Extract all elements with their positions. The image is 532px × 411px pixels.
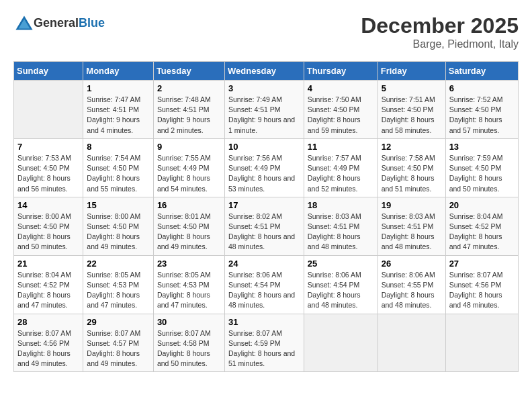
day-number: 27 bbox=[449, 259, 515, 269]
day-info: Sunrise: 8:06 AMSunset: 4:54 PMDaylight:… bbox=[308, 270, 374, 311]
day-info: Sunrise: 7:50 AMSunset: 4:50 PMDaylight:… bbox=[308, 95, 374, 136]
calendar-cell: 29Sunrise: 8:07 AMSunset: 4:57 PMDayligh… bbox=[83, 314, 154, 372]
day-info: Sunrise: 8:05 AMSunset: 4:53 PMDaylight:… bbox=[87, 270, 150, 311]
day-info: Sunrise: 8:07 AMSunset: 4:59 PMDaylight:… bbox=[228, 328, 300, 369]
header-row: SundayMondayTuesdayWednesdayThursdayFrid… bbox=[14, 62, 519, 81]
calendar-cell: 1Sunrise: 7:47 AMSunset: 4:51 PMDaylight… bbox=[83, 81, 154, 139]
day-number: 26 bbox=[382, 259, 442, 269]
day-info: Sunrise: 7:51 AMSunset: 4:50 PMDaylight:… bbox=[382, 95, 442, 136]
logo: GeneralBlue bbox=[13, 13, 105, 32]
day-number: 25 bbox=[308, 259, 374, 269]
day-number: 17 bbox=[228, 200, 300, 210]
calendar-cell bbox=[445, 314, 518, 372]
calendar-cell: 17Sunrise: 8:02 AMSunset: 4:51 PMDayligh… bbox=[224, 197, 304, 255]
day-info: Sunrise: 7:52 AMSunset: 4:50 PMDaylight:… bbox=[449, 95, 515, 136]
calendar-cell bbox=[378, 314, 445, 372]
weekday-header: Monday bbox=[83, 62, 154, 81]
day-number: 10 bbox=[228, 142, 300, 152]
calendar-cell: 13Sunrise: 7:59 AMSunset: 4:50 PMDayligh… bbox=[445, 138, 518, 197]
day-number: 21 bbox=[17, 259, 79, 269]
calendar-cell: 11Sunrise: 7:57 AMSunset: 4:49 PMDayligh… bbox=[304, 138, 378, 197]
calendar-cell: 6Sunrise: 7:52 AMSunset: 4:50 PMDaylight… bbox=[445, 81, 518, 139]
logo-general-text: General bbox=[34, 16, 79, 30]
day-info: Sunrise: 8:07 AMSunset: 4:58 PMDaylight:… bbox=[157, 328, 221, 369]
calendar-cell: 10Sunrise: 7:56 AMSunset: 4:49 PMDayligh… bbox=[224, 138, 304, 197]
day-number: 16 bbox=[157, 200, 221, 210]
weekday-header: Sunday bbox=[14, 62, 83, 81]
day-info: Sunrise: 8:04 AMSunset: 4:52 PMDaylight:… bbox=[17, 270, 79, 311]
calendar-cell bbox=[14, 81, 83, 139]
day-number: 31 bbox=[228, 317, 300, 327]
calendar-cell: 3Sunrise: 7:49 AMSunset: 4:51 PMDaylight… bbox=[224, 81, 304, 139]
day-number: 13 bbox=[449, 142, 515, 152]
weekday-header: Wednesday bbox=[224, 62, 304, 81]
calendar-week-row: 7Sunrise: 7:53 AMSunset: 4:50 PMDaylight… bbox=[14, 138, 519, 197]
logo-icon bbox=[15, 13, 34, 32]
page-subtitle: Barge, Piedmont, Italy bbox=[361, 38, 519, 50]
calendar-cell: 23Sunrise: 8:05 AMSunset: 4:53 PMDayligh… bbox=[153, 255, 224, 314]
day-number: 7 bbox=[17, 142, 79, 152]
day-number: 20 bbox=[449, 200, 515, 210]
calendar-cell: 28Sunrise: 8:07 AMSunset: 4:56 PMDayligh… bbox=[14, 314, 83, 372]
day-number: 23 bbox=[157, 259, 221, 269]
weekday-header: Tuesday bbox=[153, 62, 224, 81]
page-header: GeneralBlue December 2025 Barge, Piedmon… bbox=[13, 13, 519, 50]
day-number: 29 bbox=[87, 317, 150, 327]
day-info: Sunrise: 7:47 AMSunset: 4:51 PMDaylight:… bbox=[87, 95, 150, 136]
day-number: 15 bbox=[87, 200, 150, 210]
calendar-cell: 4Sunrise: 7:50 AMSunset: 4:50 PMDaylight… bbox=[304, 81, 378, 139]
calendar-cell: 24Sunrise: 8:06 AMSunset: 4:54 PMDayligh… bbox=[224, 255, 304, 314]
calendar-body: 1Sunrise: 7:47 AMSunset: 4:51 PMDaylight… bbox=[14, 81, 519, 372]
day-info: Sunrise: 7:57 AMSunset: 4:49 PMDaylight:… bbox=[308, 153, 374, 194]
day-number: 11 bbox=[308, 142, 374, 152]
day-info: Sunrise: 8:00 AMSunset: 4:50 PMDaylight:… bbox=[87, 212, 150, 253]
title-block: December 2025 Barge, Piedmont, Italy bbox=[361, 13, 519, 50]
day-info: Sunrise: 8:05 AMSunset: 4:53 PMDaylight:… bbox=[157, 270, 221, 311]
day-number: 8 bbox=[87, 142, 150, 152]
day-number: 28 bbox=[17, 317, 79, 327]
day-info: Sunrise: 8:04 AMSunset: 4:52 PMDaylight:… bbox=[449, 212, 515, 253]
day-number: 24 bbox=[228, 259, 300, 269]
calendar-cell: 2Sunrise: 7:48 AMSunset: 4:51 PMDaylight… bbox=[153, 81, 224, 139]
logo-blue-text: Blue bbox=[79, 16, 105, 30]
day-number: 12 bbox=[382, 142, 442, 152]
calendar-cell: 14Sunrise: 8:00 AMSunset: 4:50 PMDayligh… bbox=[14, 197, 83, 255]
day-number: 22 bbox=[87, 259, 150, 269]
weekday-header: Friday bbox=[378, 62, 445, 81]
calendar-cell: 7Sunrise: 7:53 AMSunset: 4:50 PMDaylight… bbox=[14, 138, 83, 197]
day-info: Sunrise: 7:49 AMSunset: 4:51 PMDaylight:… bbox=[228, 95, 300, 136]
day-number: 19 bbox=[382, 200, 442, 210]
day-info: Sunrise: 8:07 AMSunset: 4:56 PMDaylight:… bbox=[449, 270, 515, 311]
calendar-cell: 20Sunrise: 8:04 AMSunset: 4:52 PMDayligh… bbox=[445, 197, 518, 255]
day-info: Sunrise: 7:56 AMSunset: 4:49 PMDaylight:… bbox=[228, 153, 300, 194]
calendar-week-row: 21Sunrise: 8:04 AMSunset: 4:52 PMDayligh… bbox=[14, 255, 519, 314]
day-number: 18 bbox=[308, 200, 374, 210]
calendar-header: SundayMondayTuesdayWednesdayThursdayFrid… bbox=[14, 62, 519, 81]
day-info: Sunrise: 8:06 AMSunset: 4:54 PMDaylight:… bbox=[228, 270, 300, 311]
weekday-header: Saturday bbox=[445, 62, 518, 81]
day-info: Sunrise: 7:54 AMSunset: 4:50 PMDaylight:… bbox=[87, 153, 150, 194]
day-info: Sunrise: 8:07 AMSunset: 4:56 PMDaylight:… bbox=[17, 328, 79, 369]
day-number: 3 bbox=[228, 83, 300, 93]
calendar-cell: 22Sunrise: 8:05 AMSunset: 4:53 PMDayligh… bbox=[83, 255, 154, 314]
calendar-cell bbox=[304, 314, 378, 372]
calendar-cell: 8Sunrise: 7:54 AMSunset: 4:50 PMDaylight… bbox=[83, 138, 154, 197]
day-info: Sunrise: 8:06 AMSunset: 4:55 PMDaylight:… bbox=[382, 270, 442, 311]
day-number: 1 bbox=[87, 83, 150, 93]
day-number: 2 bbox=[157, 83, 221, 93]
page-title: December 2025 bbox=[361, 13, 519, 38]
calendar-week-row: 28Sunrise: 8:07 AMSunset: 4:56 PMDayligh… bbox=[14, 314, 519, 372]
calendar-week-row: 14Sunrise: 8:00 AMSunset: 4:50 PMDayligh… bbox=[14, 197, 519, 255]
calendar-cell: 21Sunrise: 8:04 AMSunset: 4:52 PMDayligh… bbox=[14, 255, 83, 314]
day-number: 9 bbox=[157, 142, 221, 152]
calendar-table: SundayMondayTuesdayWednesdayThursdayFrid… bbox=[13, 61, 519, 372]
calendar-cell: 19Sunrise: 8:03 AMSunset: 4:51 PMDayligh… bbox=[378, 197, 445, 255]
day-number: 14 bbox=[17, 200, 79, 210]
day-number: 30 bbox=[157, 317, 221, 327]
calendar-cell: 18Sunrise: 8:03 AMSunset: 4:51 PMDayligh… bbox=[304, 197, 378, 255]
calendar-cell: 15Sunrise: 8:00 AMSunset: 4:50 PMDayligh… bbox=[83, 197, 154, 255]
day-info: Sunrise: 8:02 AMSunset: 4:51 PMDaylight:… bbox=[228, 212, 300, 253]
day-info: Sunrise: 7:53 AMSunset: 4:50 PMDaylight:… bbox=[17, 153, 79, 194]
day-number: 6 bbox=[449, 83, 515, 93]
day-info: Sunrise: 8:01 AMSunset: 4:50 PMDaylight:… bbox=[157, 212, 221, 253]
